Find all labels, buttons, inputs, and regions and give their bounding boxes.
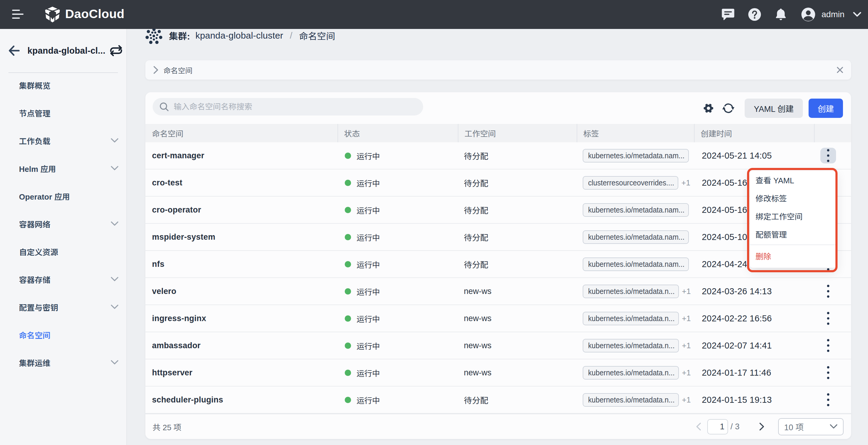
more-options-icon [827, 339, 829, 352]
sidebar-item-2[interactable]: 节点管理 [0, 99, 126, 127]
row-actions-button[interactable] [820, 392, 836, 408]
status-dot-icon [345, 288, 351, 294]
sidebar-item-10[interactable]: 命名空间 [0, 321, 126, 349]
menu-item-edit-labels[interactable]: 修改标签 [750, 189, 836, 207]
cell-status: 运行中 [338, 231, 458, 243]
notifications-bell-icon[interactable] [775, 8, 787, 21]
cell-status: 运行中 [338, 150, 458, 161]
sidebar-item-6[interactable]: 容器网络 [0, 210, 126, 237]
row-actions-button[interactable] [820, 311, 836, 326]
page-number-input[interactable] [707, 419, 728, 435]
cell-namespace: scheduler-plugins [145, 395, 338, 405]
table-row[interactable]: mspider-system 运行中 待分配 kubernetes.io/met… [145, 224, 851, 251]
cell-workspace: 待分配 [458, 394, 577, 406]
table-row[interactable]: ambassador 运行中 new-ws kubernetes.io/meta… [145, 332, 851, 359]
table-row[interactable]: velero 运行中 new-ws kubernetes.io/metadata… [145, 278, 851, 305]
status-dot-icon [345, 315, 351, 322]
yaml-create-button[interactable]: YAML 创建 [745, 99, 803, 118]
search-input[interactable] [174, 102, 391, 112]
menu-toggle-icon[interactable] [12, 10, 24, 19]
table-row[interactable]: cro-test 运行中 待分配 clusterresourceoverride… [145, 169, 851, 197]
cell-labels: kubernetes.io/metadata.nam... [577, 203, 694, 217]
status-text: 运行中 [356, 150, 380, 161]
label-extra-count: +1 [682, 395, 691, 404]
status-text: 运行中 [356, 367, 380, 378]
table-row[interactable]: cro-operator 运行中 待分配 kubernetes.io/metad… [145, 197, 851, 224]
prev-page-icon[interactable] [696, 422, 701, 431]
row-context-menu: 查看 YAML 修改标签 绑定工作空间 配额管理 删除 [750, 171, 836, 268]
sidebar-item-1[interactable]: 集群概览 [0, 71, 126, 99]
cell-workspace: 待分配 [458, 150, 577, 162]
table-row[interactable]: ingress-nginx 运行中 new-ws kubernetes.io/m… [145, 305, 851, 332]
menu-item-quota[interactable]: 配额管理 [750, 225, 836, 243]
cell-labels: kubernetes.io/metadata.n...+1 [577, 285, 694, 298]
topbar-actions: admin [721, 7, 861, 22]
menu-item-view-yaml[interactable]: 查看 YAML [750, 171, 836, 189]
chat-icon[interactable] [721, 8, 735, 21]
sidebar-item-label: 自定义资源 [19, 246, 58, 257]
table-row[interactable]: cert-manager 运行中 待分配 kubernetes.io/metad… [145, 142, 851, 169]
page-size-select[interactable]: 10 项 [778, 418, 843, 435]
cell-created: 2024-01-17 11:46 [694, 368, 814, 378]
search-box[interactable] [153, 98, 423, 116]
column-header-workspace: 工作空间 [458, 124, 577, 142]
cell-status: 运行中 [338, 394, 458, 406]
cell-created: 2024-02-07 14:41 [694, 341, 814, 351]
cell-created: 2024-01-15 19:13 [694, 395, 814, 405]
namespace-panel-header[interactable]: 命名空间 [145, 60, 851, 80]
row-actions-button[interactable] [820, 283, 836, 299]
row-actions-button[interactable] [820, 338, 836, 353]
chevron-down-icon [111, 221, 119, 226]
more-options-icon [827, 366, 829, 379]
label-chip: kubernetes.io/metadata.nam... [583, 230, 689, 244]
menu-item-delete[interactable]: 删除 [750, 247, 836, 265]
panel-title: 命名空间 [163, 65, 192, 75]
sidebar-item-9[interactable]: 配置与密钥 [0, 293, 126, 321]
cell-labels: kubernetes.io/metadata.n...+1 [577, 339, 694, 352]
sidebar-item-5[interactable]: Operator 应用 [0, 182, 126, 210]
sidebar-item-11[interactable]: 集群运维 [0, 349, 126, 376]
cell-created: 2024-05-21 14:05 [694, 151, 814, 161]
refresh-icon[interactable] [722, 92, 734, 124]
column-header-actions [814, 124, 851, 142]
user-menu-chevron-icon[interactable] [853, 12, 861, 17]
sidebar-item-label: 集群运维 [19, 357, 50, 368]
row-actions-button[interactable] [820, 148, 836, 163]
table-header: 命名空间 状态 工作空间 标签 创建时间 [145, 124, 851, 142]
back-arrow-icon[interactable] [9, 45, 20, 56]
help-icon[interactable] [748, 8, 761, 21]
sidebar-item-label: 容器存储 [19, 274, 50, 285]
cell-actions [814, 365, 850, 380]
cell-workspace: new-ws [458, 368, 577, 378]
table-footer: 共 25 项 / 3 10 项 [145, 414, 851, 439]
close-icon[interactable] [837, 67, 843, 73]
table-row[interactable]: httpserver 运行中 new-ws kubernetes.io/meta… [145, 359, 851, 386]
breadcrumb-cluster[interactable]: kpanda-global-cluster [195, 30, 283, 41]
label-chip: kubernetes.io/metadata.n... [583, 285, 679, 298]
cell-workspace: 待分配 [458, 177, 577, 189]
sidebar-item-3[interactable]: 工作负载 [0, 127, 126, 154]
cell-namespace: ingress-nginx [145, 314, 338, 323]
cluster-name[interactable]: kpanda-global-cl... [27, 46, 105, 56]
next-page-icon[interactable] [759, 422, 765, 431]
sidebar-item-4[interactable]: Helm 应用 [0, 154, 126, 182]
label-chip: kubernetes.io/metadata.nam... [583, 257, 689, 271]
settings-gear-icon[interactable] [703, 92, 714, 124]
sidebar-item-7[interactable]: 自定义资源 [0, 237, 126, 265]
table-row[interactable]: scheduler-plugins 运行中 待分配 kubernetes.io/… [145, 386, 851, 414]
sidebar-item-8[interactable]: 容器存储 [0, 265, 126, 293]
cell-workspace: new-ws [458, 287, 577, 296]
label-chip-text: kubernetes.io/metadata.nam... [588, 205, 685, 215]
create-button[interactable]: 创建 [809, 99, 843, 118]
row-actions-button[interactable] [820, 365, 836, 380]
daocloud-logo-icon [44, 5, 61, 24]
menu-item-bind-workspace[interactable]: 绑定工作空间 [750, 207, 836, 225]
expand-chevron-icon[interactable] [153, 66, 159, 74]
status-text: 运行中 [356, 177, 380, 188]
switch-cluster-icon[interactable] [109, 44, 123, 57]
status-text: 运行中 [356, 204, 380, 216]
pagination: / 3 10 项 [696, 418, 843, 435]
table-row[interactable]: nfs 运行中 待分配 kubernetes.io/metadata.nam..… [145, 251, 851, 278]
chevron-down-icon [111, 360, 119, 365]
avatar[interactable] [801, 7, 815, 22]
